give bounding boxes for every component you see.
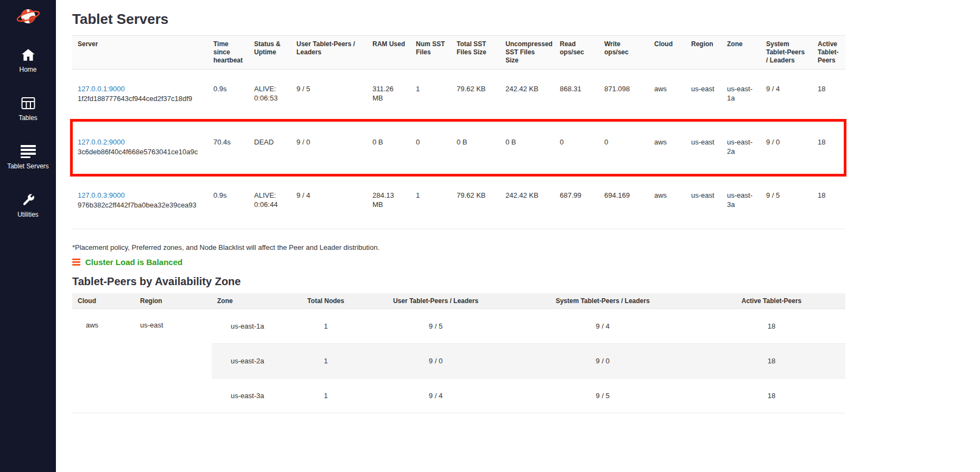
heartbeat-cell: 0.9s bbox=[208, 176, 249, 229]
read-ops-cell: 868.31 bbox=[554, 70, 599, 123]
cloud-cell: aws bbox=[72, 309, 135, 413]
col-user-peers: User Tablet-Peers / Leaders bbox=[364, 293, 508, 309]
heartbeat-cell: 70.4s bbox=[208, 123, 249, 176]
server-row: 127.0.0.3:9000 976b382c2ff442f7ba0bea32e… bbox=[72, 176, 845, 229]
main-content: Tablet Servers Server Time since heartbe… bbox=[56, 0, 980, 424]
region-cell: us-east bbox=[686, 123, 722, 176]
uncompressed-sst-cell: 0 B bbox=[500, 123, 554, 176]
sidebar-item-home[interactable]: Home bbox=[0, 48, 56, 73]
write-ops-cell: 694.169 bbox=[599, 176, 649, 229]
server-row: 127.0.0.2:9000 3c6deb86f40c4f668e5763041… bbox=[72, 123, 845, 176]
zone-cell: us-east-1a bbox=[212, 309, 288, 344]
col-ram: RAM Used bbox=[367, 36, 410, 70]
sidebar-item-label: Tables bbox=[18, 114, 37, 122]
uptime-value: 0:06:44 bbox=[254, 200, 286, 209]
ram-cell: 0 B bbox=[367, 123, 410, 176]
balance-icon bbox=[72, 259, 80, 266]
zone-cell: us-east-1a bbox=[722, 70, 761, 123]
server-cell: 127.0.0.2:9000 3c6deb86f40c4f668e5763041… bbox=[72, 123, 208, 176]
col-zone: Zone bbox=[722, 36, 761, 70]
user-peers-cell: 9 / 0 bbox=[291, 123, 367, 176]
server-uuid: 3c6deb86f40c4f668e5763041ce10a9c bbox=[78, 147, 203, 156]
col-cloud: Cloud bbox=[72, 293, 135, 309]
col-system-peers: System Tablet-Peers / Leaders bbox=[761, 36, 812, 70]
server-cell: 127.0.0.1:9000 1f2fd188777643cf944ced2f3… bbox=[72, 70, 208, 123]
sidebar-item-label: Utilities bbox=[17, 211, 39, 218]
heartbeat-cell: 0.9s bbox=[208, 70, 249, 123]
num-sst-cell: 1 bbox=[410, 70, 451, 123]
cloud-cell: aws bbox=[649, 123, 686, 176]
col-sst-size: Total SST Files Size bbox=[451, 36, 500, 70]
active-peers-cell: 18 bbox=[812, 123, 845, 176]
user-peers-cell: 9 / 4 bbox=[291, 176, 367, 229]
write-ops-cell: 0 bbox=[599, 123, 649, 176]
sidebar-nav: Home Tables bbox=[0, 48, 56, 218]
col-system-peers: System Tablet-Peers / Leaders bbox=[508, 293, 698, 309]
total-nodes-cell: 1 bbox=[288, 379, 364, 413]
zone-cell: us-east-3a bbox=[722, 176, 761, 229]
col-region: Region bbox=[135, 293, 212, 309]
ram-cell: 284.13 MB bbox=[367, 176, 410, 229]
uptime-value: 0:06:53 bbox=[254, 93, 286, 103]
tablet-peers-by-zone-table: Cloud Region Zone Total Nodes User Table… bbox=[72, 293, 845, 413]
sst-size-cell: 79.62 KB bbox=[451, 176, 500, 229]
zones-section-title: Tablet-Peers by Availability Zone bbox=[72, 275, 964, 288]
active-peers-cell: 18 bbox=[812, 70, 845, 123]
system-peers-cell: 9 / 0 bbox=[761, 123, 812, 176]
total-nodes-cell: 1 bbox=[288, 344, 364, 379]
col-active-peers: Active Tablet-Peers bbox=[698, 293, 845, 309]
status-label: DEAD bbox=[254, 137, 286, 147]
active-peers-cell: 18 bbox=[698, 379, 845, 413]
servers-header-row: Server Time since heartbeat Status & Upt… bbox=[72, 36, 845, 70]
uncompressed-sst-cell: 242.42 KB bbox=[500, 70, 554, 123]
server-link[interactable]: 127.0.0.1:9000 bbox=[78, 85, 125, 93]
region-cell: us-east bbox=[135, 309, 212, 413]
zone-row: aws us-east us-east-1a 1 9 / 5 9 / 4 18 bbox=[72, 309, 845, 344]
system-peers-cell: 9 / 5 bbox=[508, 379, 698, 413]
planet-logo-icon[interactable] bbox=[16, 4, 40, 28]
active-peers-cell: 18 bbox=[812, 176, 845, 229]
col-server: Server bbox=[72, 36, 208, 70]
sst-size-cell: 0 B bbox=[451, 123, 500, 176]
placement-note: *Placement policy, Preferred zones, and … bbox=[72, 243, 964, 251]
zones-header-row: Cloud Region Zone Total Nodes User Table… bbox=[72, 293, 845, 309]
write-ops-cell: 871.098 bbox=[599, 70, 649, 123]
server-link[interactable]: 127.0.0.2:9000 bbox=[78, 138, 125, 146]
col-user-peers: User Tablet-Peers / Leaders bbox=[291, 36, 367, 70]
zone-cell: us-east-3a bbox=[212, 379, 288, 413]
sst-size-cell: 79.62 KB bbox=[451, 70, 500, 123]
sidebar-item-tablet-servers[interactable]: Tablet Servers bbox=[0, 144, 56, 170]
col-total-nodes: Total Nodes bbox=[288, 293, 364, 309]
status-label: ALIVE: bbox=[254, 191, 286, 200]
col-heartbeat: Time since heartbeat bbox=[208, 36, 249, 70]
status-label: ALIVE: bbox=[254, 84, 286, 93]
col-uncompressed-sst: Uncompressed SST Files Size bbox=[500, 36, 554, 70]
status-cell: ALIVE: 0:06:44 bbox=[249, 176, 291, 229]
server-uuid: 1f2fd188777643cf944ced2f37c18df9 bbox=[78, 94, 203, 103]
col-region: Region bbox=[686, 36, 722, 70]
tablet-servers-icon bbox=[20, 144, 36, 159]
col-read-ops: Read ops/sec bbox=[554, 36, 599, 70]
system-peers-cell: 9 / 5 bbox=[761, 176, 812, 229]
num-sst-cell: 1 bbox=[410, 176, 451, 229]
ram-cell: 311.26 MB bbox=[367, 70, 410, 123]
read-ops-cell: 0 bbox=[554, 123, 599, 176]
user-peers-cell: 9 / 0 bbox=[364, 344, 508, 379]
sidebar-item-label: Tablet Servers bbox=[7, 162, 49, 170]
system-peers-cell: 9 / 4 bbox=[761, 70, 812, 123]
server-uuid: 976b382c2ff442f7ba0bea32e39cea93 bbox=[78, 200, 203, 210]
sidebar-item-tables[interactable]: Tables bbox=[0, 96, 56, 122]
zone-cell: us-east-2a bbox=[722, 123, 761, 176]
col-active-peers: Active Tablet-Peers bbox=[812, 36, 845, 70]
sidebar-item-utilities[interactable]: Utilities bbox=[0, 193, 56, 218]
col-cloud: Cloud bbox=[649, 36, 686, 70]
server-cell: 127.0.0.3:9000 976b382c2ff442f7ba0bea32e… bbox=[72, 176, 208, 229]
uncompressed-sst-cell: 242.42 KB bbox=[500, 176, 554, 229]
col-write-ops: Write ops/sec bbox=[599, 36, 649, 70]
home-icon bbox=[21, 48, 35, 62]
active-peers-cell: 18 bbox=[698, 344, 845, 379]
tablet-servers-table: Server Time since heartbeat Status & Upt… bbox=[72, 35, 845, 229]
server-link[interactable]: 127.0.0.3:9000 bbox=[78, 191, 125, 199]
page-title: Tablet Servers bbox=[72, 11, 964, 28]
system-peers-cell: 9 / 0 bbox=[508, 344, 698, 379]
